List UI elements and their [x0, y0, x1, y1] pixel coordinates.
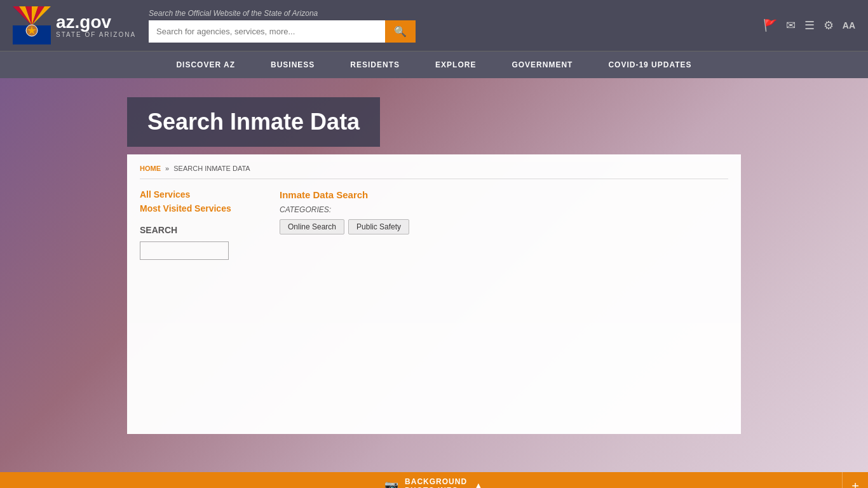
inmate-search-title: Inmate Data Search [280, 189, 728, 200]
state-label: STATE OF ARIZONA [56, 31, 136, 38]
most-visited-link[interactable]: Most Visited Services [140, 203, 267, 214]
nav-government[interactable]: GOVERNMENT [494, 51, 590, 78]
sidebar-search-label: SEARCH [140, 225, 267, 235]
flag-icon[interactable]: 🚩 [763, 18, 777, 32]
photo-info-label: BACKGROUNDPHOTO INFO [405, 477, 467, 488]
nav-covid[interactable]: COVID-19 UPDATES [590, 51, 709, 78]
chevron-up-icon: ▲ [473, 480, 484, 488]
main-nav: DISCOVER AZ BUSINESS RESIDENTS EXPLORE G… [0, 51, 868, 78]
nav-explore[interactable]: EXPLORE [417, 51, 494, 78]
site-header: az.gov STATE OF ARIZONA Search the Offic… [0, 0, 868, 51]
left-sidebar: All Services Most Visited Services SEARC… [140, 189, 267, 260]
logo-area[interactable]: az.gov STATE OF ARIZONA [13, 6, 136, 44]
category-public-safety[interactable]: Public Safety [348, 219, 409, 234]
plus-button[interactable]: + [842, 472, 868, 488]
az-gov-branding: az.gov STATE OF ARIZONA [56, 13, 136, 38]
mail-icon[interactable]: ✉ [786, 18, 796, 32]
page-title: Search Inmate Data [147, 109, 360, 135]
sidebar-search-input[interactable] [140, 241, 229, 260]
text-size-control[interactable]: AA [843, 20, 855, 30]
site-title: az.gov [56, 13, 136, 31]
camera-icon: 📷 [384, 479, 398, 488]
header-icons: 🚩 ✉ ☰ ⚙ AA [763, 18, 855, 32]
content-wrapper: HOME » SEARCH INMATE DATA All Services M… [127, 154, 741, 434]
list-icon[interactable]: ☰ [804, 18, 815, 32]
category-online-search[interactable]: Online Search [280, 219, 344, 234]
az-flag-icon [13, 6, 51, 44]
header-search-input[interactable] [149, 20, 385, 43]
header-search-area: Search the Official Website of the State… [149, 9, 416, 43]
breadcrumb-separator: » [165, 165, 169, 172]
header-search-button[interactable]: 🔍 [385, 20, 416, 43]
nav-residents[interactable]: RESIDENTS [332, 51, 417, 78]
nav-business[interactable]: BUSINESS [253, 51, 332, 78]
content-columns: All Services Most Visited Services SEARC… [140, 189, 728, 260]
breadcrumb: HOME » SEARCH INMATE DATA [140, 165, 728, 179]
breadcrumb-current: SEARCH INMATE DATA [173, 165, 250, 172]
page-body: Search Inmate Data HOME » SEARCH INMATE … [0, 78, 868, 472]
all-services-link[interactable]: All Services [140, 189, 267, 200]
settings-icon[interactable]: ⚙ [824, 18, 834, 32]
breadcrumb-home[interactable]: HOME [140, 165, 161, 172]
photo-info-bar[interactable]: 📷 BACKGROUNDPHOTO INFO ▲ + [0, 472, 868, 488]
nav-discover-az[interactable]: DISCOVER AZ [158, 51, 253, 78]
search-label: Search the Official Website of the State… [149, 9, 416, 18]
right-content: Inmate Data Search CATEGORIES: Online Se… [280, 189, 728, 260]
category-tags: Online Search Public Safety [280, 219, 728, 234]
page-title-box: Search Inmate Data [127, 97, 380, 147]
categories-label: CATEGORIES: [280, 205, 728, 214]
header-search-bar: 🔍 [149, 20, 416, 43]
